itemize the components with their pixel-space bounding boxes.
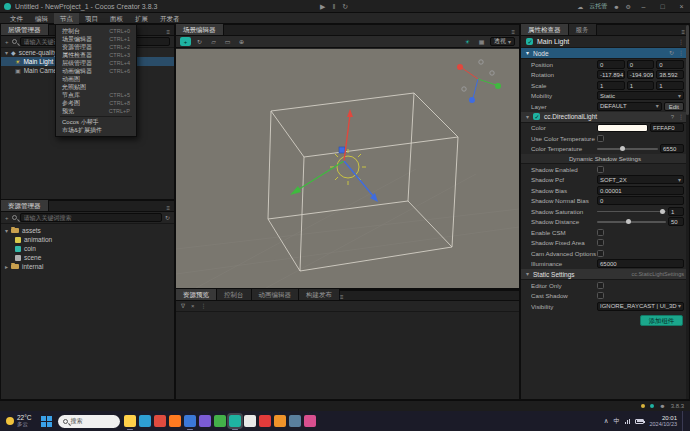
asset-folder-assets[interactable]: ▾ assets xyxy=(1,226,174,235)
tab-assets[interactable]: 资源管理器 xyxy=(1,200,49,211)
rect-tool-button[interactable]: ▭ xyxy=(222,37,233,46)
color-temperature-input[interactable]: 6550 xyxy=(660,144,684,153)
shadow-saturation-slider[interactable] xyxy=(597,207,666,216)
chevron-down-icon[interactable]: ▾ xyxy=(526,50,529,56)
taskbar-icon-notepad[interactable] xyxy=(244,415,256,427)
rotate-tool-button[interactable]: ↻ xyxy=(194,37,205,46)
layer-select[interactable]: DEFAULT ▾ xyxy=(597,102,662,111)
taskbar-icon-office[interactable] xyxy=(274,415,286,427)
create-asset-button[interactable]: + xyxy=(5,215,9,221)
cast-shadow-checkbox[interactable] xyxy=(597,292,604,299)
editor-only-checkbox[interactable] xyxy=(597,282,604,289)
color-hex-input[interactable]: FFFAF0 xyxy=(650,123,684,132)
tray-expand-icon[interactable]: ∧ xyxy=(604,417,609,425)
start-button[interactable] xyxy=(40,414,54,428)
add-component-button[interactable]: 添加组件 xyxy=(640,315,683,326)
menu-item-preview[interactable]: 预览CTRL+P xyxy=(56,107,136,115)
tab-service[interactable]: 服务 xyxy=(569,24,597,35)
scene-light-toggle[interactable]: ☀ xyxy=(462,37,473,46)
message-status-icon[interactable] xyxy=(650,404,654,408)
directional-light-component-header[interactable]: ▾ cc.DirectionalLight ? ⋮ xyxy=(521,112,689,123)
asset-folder-internal[interactable]: ▸ internal xyxy=(1,262,174,271)
reset-icon[interactable]: ↻ xyxy=(669,50,674,56)
step-button[interactable]: ↻ xyxy=(342,3,348,10)
scale-tool-button[interactable]: ▱ xyxy=(208,37,219,46)
taskbar-search-box[interactable]: 搜索 xyxy=(58,415,120,428)
color-swatch[interactable] xyxy=(597,124,648,132)
console-output-area[interactable] xyxy=(176,312,519,398)
refresh-icon[interactable]: ↻ xyxy=(165,215,170,221)
chevron-right-icon[interactable]: ▸ xyxy=(5,264,8,270)
minimize-button[interactable]: – xyxy=(637,3,650,10)
help-icon[interactable]: ? xyxy=(671,114,674,120)
chevron-down-icon[interactable]: ▾ xyxy=(526,114,529,120)
filter-icon[interactable]: ∇ xyxy=(181,303,185,309)
taskbar-icon-cocos-creator[interactable] xyxy=(229,415,241,427)
menu-extension[interactable]: 扩展 xyxy=(129,13,154,24)
static-settings-header[interactable]: ▾ Static Settings cc.StaticLightSettings xyxy=(521,269,689,280)
illuminance-input[interactable]: 65000 xyxy=(597,259,684,268)
console-more-icon[interactable]: ⋮ xyxy=(201,303,207,309)
tab-inspector[interactable]: 属性检查器 xyxy=(521,24,569,35)
view-mode-dropdown[interactable]: 透视 ▾ xyxy=(490,37,515,46)
shadow-distance-input[interactable]: 50 xyxy=(668,217,684,226)
grid-toggle[interactable]: ▦ xyxy=(476,37,487,46)
clear-console-icon[interactable]: × xyxy=(191,303,195,309)
section-more-icon[interactable]: ⋮ xyxy=(678,50,684,56)
taskbar-icon-tools[interactable] xyxy=(289,415,301,427)
shadow-bias-input[interactable]: 0.00001 xyxy=(597,186,684,195)
scene-panel-menu-icon[interactable]: ≡ xyxy=(511,29,515,35)
cloud-service-label[interactable]: 云托管 xyxy=(589,2,607,11)
chevron-down-icon[interactable]: ▾ xyxy=(526,271,529,277)
tab-build[interactable]: 构建发布 xyxy=(299,289,340,300)
cam-advanced-options-checkbox[interactable] xyxy=(597,250,604,257)
menu-project[interactable]: 项目 xyxy=(79,13,104,24)
rotation-x-input[interactable]: -117.894 xyxy=(597,70,625,79)
position-x-input[interactable]: 0 xyxy=(597,60,625,69)
network-icon[interactable] xyxy=(625,419,631,424)
assets-search-input[interactable] xyxy=(20,213,162,222)
user-icon[interactable]: ☻ xyxy=(613,4,619,10)
use-color-temperature-checkbox[interactable] xyxy=(597,135,604,142)
shadow-enabled-checkbox[interactable] xyxy=(597,166,604,173)
taskbar-icon-firefox[interactable] xyxy=(169,415,181,427)
console-menu-icon[interactable]: ≡ xyxy=(340,294,344,300)
rotation-z-input[interactable]: 38.592 xyxy=(656,70,684,79)
chevron-down-icon[interactable]: ▾ xyxy=(5,228,8,234)
world-space-toggle[interactable]: ⊕ xyxy=(236,37,247,46)
shadow-fixed-area-checkbox[interactable] xyxy=(597,239,604,246)
ime-indicator[interactable]: 中 xyxy=(613,417,620,426)
menu-item-store-extensions[interactable]: 市场&扩展插件 xyxy=(56,126,136,134)
taskbar-icon-vscode[interactable] xyxy=(184,415,196,427)
taskbar-icon-edge[interactable] xyxy=(139,415,151,427)
taskbar-icon-media[interactable] xyxy=(304,415,316,427)
inspector-scrollbar[interactable] xyxy=(686,25,689,399)
tab-animation-editor[interactable]: 动画编辑器 xyxy=(252,289,300,300)
pause-button[interactable]: ‖ xyxy=(332,3,335,10)
notification-bell-icon[interactable]: ☻ xyxy=(659,403,665,409)
enable-csm-checkbox[interactable] xyxy=(597,229,604,236)
shadow-pcf-select[interactable]: SOFT_2X ▾ xyxy=(597,175,684,184)
create-node-button[interactable]: + xyxy=(5,39,9,45)
maximize-button[interactable]: □ xyxy=(656,3,669,10)
move-tool-button[interactable]: + xyxy=(180,37,191,46)
scale-y-input[interactable]: 1 xyxy=(627,81,655,90)
chevron-down-icon[interactable]: ▾ xyxy=(5,50,8,56)
color-temperature-slider[interactable] xyxy=(597,144,658,153)
taskbar-icon-wechat[interactable] xyxy=(214,415,226,427)
scale-z-input[interactable]: 1 xyxy=(656,81,684,90)
assets-menu-icon[interactable]: ≡ xyxy=(166,205,170,211)
menu-panel[interactable]: 面板 xyxy=(104,13,129,24)
component-more-icon[interactable]: ⋮ xyxy=(678,114,684,120)
asset-item-animation[interactable]: animation xyxy=(1,235,174,244)
inspector-menu-icon[interactable]: ≡ xyxy=(681,29,685,35)
taskbar-icon-file-explorer[interactable] xyxy=(124,415,136,427)
node-section-header[interactable]: ▾ Node ↻ ⋮ xyxy=(521,48,689,59)
node-active-checkbox[interactable] xyxy=(526,38,533,45)
menu-node[interactable]: 节点 xyxy=(54,13,79,24)
show-desktop-button[interactable] xyxy=(682,411,684,431)
layer-edit-button[interactable]: Edit xyxy=(664,102,684,111)
tab-scene[interactable]: 场景编辑器 xyxy=(176,24,224,35)
scene-viewport[interactable] xyxy=(176,49,519,288)
close-button[interactable]: × xyxy=(675,3,688,10)
